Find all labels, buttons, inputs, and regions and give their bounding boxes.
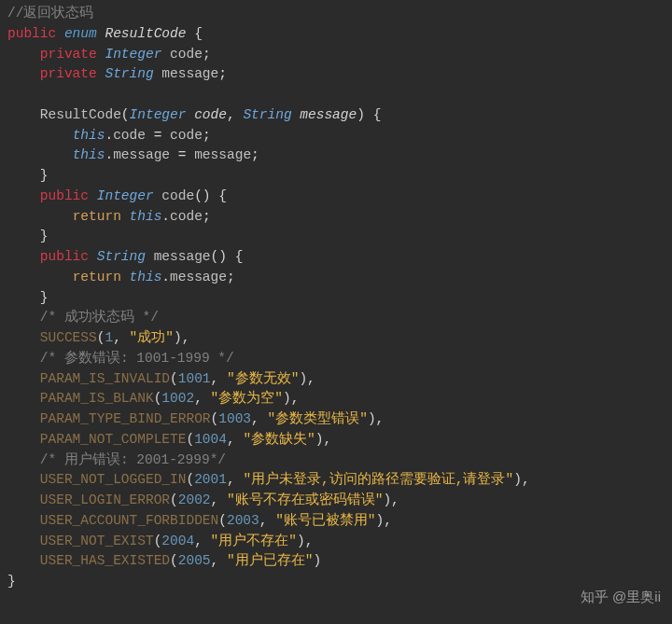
comment-param: /* 参数错误: 1001-1999 */ bbox=[40, 351, 234, 366]
str: "账号不存在或密码错误" bbox=[227, 492, 383, 507]
num: 2005 bbox=[178, 553, 211, 568]
num: 1004 bbox=[194, 432, 227, 447]
str: "参数类型错误" bbox=[267, 411, 367, 426]
keyword-this: this bbox=[130, 209, 162, 224]
enum-PARAM_NOT_COMPLETE: PARAM_NOT_COMPLETE bbox=[40, 432, 187, 447]
keyword-return: return bbox=[73, 209, 121, 224]
keyword-this: this bbox=[73, 147, 105, 162]
type-string: String bbox=[105, 66, 153, 81]
watermark: 知乎 @里奥ii bbox=[581, 587, 661, 608]
str: "用户已存在" bbox=[227, 553, 313, 568]
keyword-public: public bbox=[40, 188, 89, 203]
type-integer: Integer bbox=[130, 107, 187, 122]
enum-USER_NOT_EXIST: USER_NOT_EXIST bbox=[40, 534, 154, 548]
field-code: code bbox=[170, 47, 203, 62]
constructor: ResultCode bbox=[40, 107, 121, 122]
comment-success: /* 成功状态码 */ bbox=[40, 310, 159, 325]
type-string: String bbox=[97, 249, 146, 264]
param-code: code bbox=[194, 107, 227, 122]
str: "参数无效" bbox=[227, 371, 299, 386]
str: "成功" bbox=[130, 330, 174, 345]
keyword-public: public bbox=[40, 249, 89, 264]
enum-PARAM_TYPE_BIND_ERROR: PARAM_TYPE_BIND_ERROR bbox=[40, 411, 211, 426]
param-code: code bbox=[170, 128, 203, 143]
enum-PARAM_IS_BLANK: PARAM_IS_BLANK bbox=[40, 391, 154, 406]
field-message: message bbox=[161, 66, 218, 81]
code-block: //返回状态码 public enum ResultCode { private… bbox=[0, 0, 672, 596]
type-integer: Integer bbox=[105, 47, 161, 62]
str: "参数为空" bbox=[211, 391, 283, 406]
enum-USER_NOT_LOGGED_IN: USER_NOT_LOGGED_IN bbox=[40, 472, 187, 487]
num: 1003 bbox=[218, 411, 251, 426]
str: "参数缺失" bbox=[243, 432, 315, 447]
keyword-this: this bbox=[73, 128, 105, 143]
keyword-private: private bbox=[40, 47, 97, 62]
param-message: message bbox=[194, 147, 251, 162]
field-message: message bbox=[170, 270, 227, 284]
enum-SUCCESS: SUCCESS bbox=[40, 330, 97, 345]
class-name: ResultCode bbox=[105, 26, 186, 41]
keyword-public: public bbox=[7, 26, 56, 41]
field-code: code bbox=[170, 209, 203, 224]
field-message: message bbox=[113, 147, 170, 162]
type-string: String bbox=[243, 107, 291, 122]
str: "用户未登录,访问的路径需要验证,请登录" bbox=[243, 472, 513, 487]
field-code: code bbox=[113, 128, 146, 143]
keyword-private: private bbox=[40, 66, 97, 81]
num: 2002 bbox=[178, 492, 211, 507]
type-integer: Integer bbox=[97, 188, 154, 203]
num: 1002 bbox=[161, 391, 194, 406]
num: 2003 bbox=[227, 513, 259, 528]
comment-line: //返回状态码 bbox=[7, 6, 93, 21]
comment-user: /* 用户错误: 2001-2999*/ bbox=[40, 452, 226, 467]
method-code: code bbox=[161, 188, 194, 203]
num: 2001 bbox=[194, 472, 227, 487]
enum-USER_LOGIN_ERROR: USER_LOGIN_ERROR bbox=[40, 492, 170, 507]
param-message: message bbox=[300, 107, 357, 122]
num: 2004 bbox=[161, 534, 194, 548]
keyword-enum: enum bbox=[64, 26, 97, 41]
str: "用户不存在" bbox=[211, 534, 297, 548]
num: 1001 bbox=[178, 371, 211, 386]
num: 1 bbox=[105, 330, 113, 345]
keyword-this: this bbox=[130, 270, 162, 284]
str: "账号已被禁用" bbox=[275, 513, 375, 528]
method-message: message bbox=[154, 249, 211, 264]
keyword-return: return bbox=[73, 270, 121, 284]
enum-USER_HAS_EXISTED: USER_HAS_EXISTED bbox=[40, 553, 170, 568]
enum-USER_ACCOUNT_FORBIDDEN: USER_ACCOUNT_FORBIDDEN bbox=[40, 513, 218, 528]
enum-PARAM_IS_INVALID: PARAM_IS_INVALID bbox=[40, 371, 170, 386]
